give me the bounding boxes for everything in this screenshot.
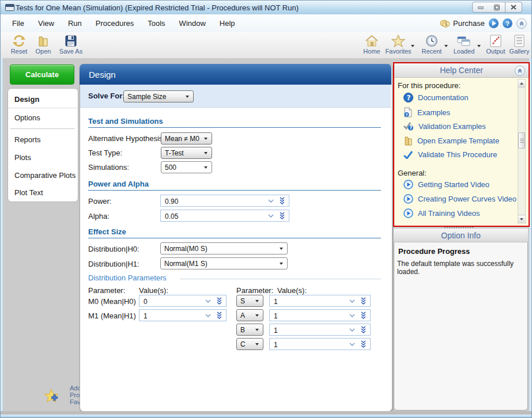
- expand-list-icon[interactable]: [216, 311, 222, 320]
- param-a-input-value[interactable]: [273, 310, 345, 321]
- clock-icon: [425, 35, 439, 47]
- loaded-button[interactable]: Loaded: [449, 35, 479, 55]
- validation-examples-link[interactable]: ? Validation Examples: [403, 121, 486, 131]
- alt-hypothesis-dropdown[interactable]: Mean ≠ M0: [161, 132, 212, 145]
- alpha-value[interactable]: [164, 211, 255, 222]
- m0-input[interactable]: [139, 295, 227, 307]
- menu-procedures[interactable]: Procedures: [89, 16, 141, 31]
- save-as-button[interactable]: Save As: [56, 35, 86, 55]
- windows-icon: [456, 35, 471, 47]
- close-button[interactable]: [505, 2, 522, 13]
- alpha-input[interactable]: [160, 210, 289, 222]
- tab-design[interactable]: Design: [8, 91, 78, 108]
- simulations-value: 500: [165, 164, 176, 172]
- getting-started-video-link[interactable]: Getting Started Video: [403, 180, 489, 189]
- expand-list-icon[interactable]: [360, 326, 367, 334]
- video-tour-button[interactable]: [489, 18, 499, 28]
- param-s-input-value[interactable]: [273, 296, 345, 307]
- param-s-dropdown[interactable]: S: [236, 295, 263, 307]
- tab-comparative-plots[interactable]: Comparative Plots: [8, 166, 78, 184]
- expand-list-icon[interactable]: [279, 197, 285, 205]
- param-c-dropdown[interactable]: C: [236, 338, 263, 350]
- examples-link[interactable]: ? Examples: [403, 107, 450, 117]
- gallery-button[interactable]: Gallery: [504, 35, 532, 55]
- menu-help[interactable]: Help: [213, 16, 242, 31]
- creating-power-curves-video-link[interactable]: Creating Power Curves Video: [403, 194, 516, 204]
- menu-window[interactable]: Window: [172, 16, 213, 31]
- tab-plot-text[interactable]: Plot Text: [8, 184, 78, 201]
- param-a-dropdown[interactable]: A: [236, 309, 263, 321]
- chevron-down-icon[interactable]: [349, 299, 355, 303]
- maximize-button[interactable]: [489, 2, 505, 13]
- distribution-h0-dropdown[interactable]: Normal(M0 S): [160, 242, 288, 254]
- favorites-button[interactable]: Favorites: [383, 35, 413, 55]
- minimize-button[interactable]: [472, 2, 489, 13]
- param-s-input[interactable]: [269, 295, 371, 307]
- purchase-button[interactable]: $ Purchase: [440, 19, 485, 28]
- question-icon: ?: [505, 20, 510, 27]
- distribution-h1-dropdown[interactable]: Normal(M1 S): [160, 257, 288, 269]
- panel-splitter[interactable]: [444, 227, 473, 228]
- expand-list-icon[interactable]: [279, 212, 285, 220]
- help-button[interactable]: ?: [503, 18, 512, 28]
- chevron-down-icon[interactable]: [268, 214, 274, 218]
- help-collapse-button[interactable]: [515, 66, 525, 76]
- general-section-label: General:: [398, 169, 427, 177]
- scroll-down-button[interactable]: [518, 215, 525, 223]
- open-button[interactable]: Open: [28, 35, 58, 55]
- expand-list-icon[interactable]: [360, 297, 367, 305]
- recent-button[interactable]: Recent: [417, 35, 447, 55]
- validate-procedure-link[interactable]: Validate This Procedure: [403, 150, 497, 159]
- expand-list-icon[interactable]: [360, 311, 367, 320]
- scrollbar-thumb[interactable]: [518, 132, 525, 149]
- expand-list-icon[interactable]: [216, 297, 222, 305]
- recent-dropdown-caret[interactable]: [444, 45, 448, 47]
- scroll-up-button[interactable]: [518, 79, 525, 88]
- add-favorite-star-icon[interactable]: [43, 389, 63, 406]
- play-circle-icon: [403, 208, 413, 218]
- param-b-input[interactable]: [269, 324, 371, 336]
- collapse-ribbon-button[interactable]: [516, 18, 527, 29]
- tab-reports[interactable]: Reports: [8, 131, 78, 148]
- solve-for-dropdown[interactable]: Sample Size: [123, 90, 194, 102]
- param-c-input-value[interactable]: [273, 339, 345, 350]
- m1-input[interactable]: [139, 309, 227, 321]
- home-button[interactable]: Home: [357, 35, 387, 55]
- expand-list-icon[interactable]: [360, 340, 367, 348]
- creating-power-curves-video-label: Creating Power Curves Video: [418, 195, 516, 203]
- param-b-dropdown[interactable]: B: [236, 324, 263, 336]
- test-type-dropdown[interactable]: T-Test: [161, 147, 212, 159]
- tab-options[interactable]: Options: [8, 109, 78, 126]
- power-input[interactable]: [160, 195, 289, 207]
- chevron-down-icon[interactable]: [205, 314, 211, 317]
- menu-run[interactable]: Run: [61, 16, 89, 31]
- distribution-h0-value: Normal(M0 S): [164, 245, 207, 253]
- power-value[interactable]: [164, 196, 255, 207]
- param-b-input-value[interactable]: [273, 325, 345, 336]
- simulations-dropdown[interactable]: 500: [161, 161, 212, 173]
- save-icon: [65, 35, 77, 47]
- calculate-button[interactable]: Calculate: [10, 64, 74, 85]
- open-example-template-link[interactable]: Open Example Template: [403, 136, 499, 146]
- documentation-link[interactable]: ? Documentation: [403, 93, 468, 102]
- all-training-videos-link[interactable]: All Training Videos: [403, 208, 480, 218]
- param-a-input[interactable]: [269, 309, 371, 321]
- param-header-left: Parameter:: [88, 286, 125, 295]
- chevron-down-icon[interactable]: [268, 199, 274, 203]
- chevron-down-icon[interactable]: [349, 328, 355, 332]
- favorites-dropdown-caret[interactable]: [411, 45, 414, 47]
- help-scrollbar[interactable]: [518, 79, 526, 223]
- menu-tools[interactable]: Tools: [141, 16, 172, 31]
- param-c-input[interactable]: [269, 338, 371, 350]
- test-type-label: Test Type:: [88, 149, 122, 157]
- dist-params-title: Distribution Parameters: [88, 273, 167, 282]
- tab-plots[interactable]: Plots: [8, 149, 78, 166]
- menu-file[interactable]: File: [5, 16, 31, 31]
- menu-view[interactable]: View: [31, 16, 61, 31]
- m1-value[interactable]: [142, 310, 205, 321]
- chevron-down-icon[interactable]: [349, 343, 355, 346]
- getting-started-video-label: Getting Started Video: [418, 180, 489, 189]
- m0-value[interactable]: [142, 296, 205, 307]
- chevron-down-icon[interactable]: [349, 314, 355, 317]
- chevron-down-icon[interactable]: [205, 299, 211, 303]
